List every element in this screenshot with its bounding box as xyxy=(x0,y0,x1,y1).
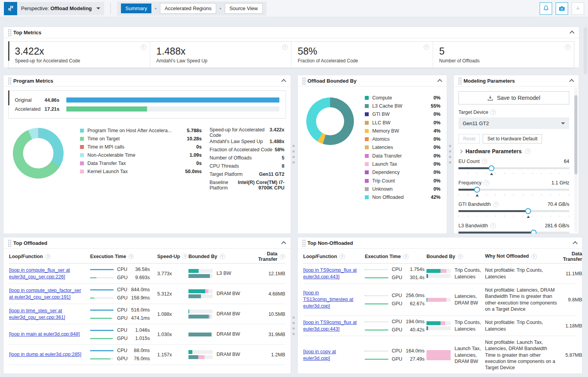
target-device-select[interactable]: Gen11 GT2 xyxy=(458,117,569,129)
slider-handle[interactable] xyxy=(531,230,536,234)
speedup-value: 1.030x xyxy=(157,332,188,337)
help-icon[interactable]: ? xyxy=(45,254,51,259)
help-icon[interactable]: ? xyxy=(490,223,496,228)
loop-link[interactable]: [loop in copy at euler3d.cpp] xyxy=(303,349,336,361)
slider-track[interactable] xyxy=(458,165,569,171)
parameter-buttons: Reset Set to Hardware Default xyxy=(458,134,569,143)
slider-frequency: Frequency?1.1 GHz xyxy=(458,180,569,197)
help-icon[interactable]: ? xyxy=(458,254,463,259)
slider-handle[interactable] xyxy=(489,165,494,171)
help-icon[interactable]: ? xyxy=(525,149,531,154)
bounded-by-label: DRAM BW xyxy=(217,311,255,317)
tab-accelerated-regions[interactable]: Accelerated Regions xyxy=(160,3,216,14)
help-icon[interactable]: ? xyxy=(339,254,345,259)
scrollbar-thumb[interactable] xyxy=(584,27,587,74)
collapse-icon[interactable] xyxy=(570,30,575,35)
plus-icon: + xyxy=(576,4,580,13)
help-icon[interactable]: ? xyxy=(484,180,489,186)
help-icon[interactable]: ? xyxy=(482,159,487,164)
panel-scrollbar[interactable] xyxy=(574,88,577,232)
loop-link[interactable]: [loop in TS9comp_flux at euler3d.cpp:443… xyxy=(303,267,357,280)
help-icon[interactable]: ? xyxy=(182,254,188,259)
chevron-right-icon xyxy=(459,149,463,153)
notifications-button[interactable] xyxy=(540,2,552,15)
collapse-icon[interactable] xyxy=(281,79,286,84)
save-to-remodel-button[interactable]: Save to Remodel xyxy=(458,91,569,104)
legend-item: Trip Count0% xyxy=(365,177,441,185)
slider-handle[interactable] xyxy=(474,187,480,193)
loop-link[interactable]: [loop in compute_step_factor_ser at eule… xyxy=(9,288,81,300)
table-header-row: Loop/Function? Execution Time? Bounded B… xyxy=(303,250,577,264)
metric-label: Number of Offloads xyxy=(439,58,568,64)
help-icon[interactable]: ? xyxy=(531,254,537,259)
drag-handle-icon[interactable] xyxy=(302,242,304,243)
bounded-by-label: L3 BW xyxy=(217,270,255,276)
legend-swatch xyxy=(80,137,84,141)
legend-item: Memory BW4% xyxy=(365,127,441,135)
modeling-parameters-panel: Modeling Parameters Save to Remodel Targ… xyxy=(453,75,579,234)
help-icon[interactable]: ? xyxy=(565,44,570,50)
tab-source-view[interactable]: Source View xyxy=(225,3,263,14)
panel-splitter[interactable] xyxy=(291,317,295,335)
legend-swatch xyxy=(365,145,369,149)
legend-swatch xyxy=(365,195,369,199)
legend-item: Atomics0% xyxy=(365,135,441,143)
drag-handle-icon[interactable] xyxy=(8,80,9,81)
help-icon[interactable]: ? xyxy=(490,110,496,115)
loop-link[interactable]: [loop in time_step_ser at euler3d_cpu_se… xyxy=(9,308,65,320)
help-icon[interactable]: ? xyxy=(128,254,134,259)
slider-track[interactable] xyxy=(458,230,569,234)
help-icon[interactable]: ? xyxy=(141,44,146,50)
modeling-parameters-header: Modeling Parameters xyxy=(454,75,579,87)
loop-link[interactable]: [loop in dump at euler3d.cpp:285] xyxy=(9,352,82,357)
collapse-icon[interactable] xyxy=(569,79,574,84)
slider-handle[interactable] xyxy=(525,208,531,214)
scrollbar-thumb[interactable] xyxy=(574,95,577,174)
help-icon[interactable]: ? xyxy=(220,254,225,259)
drag-handle-icon[interactable] xyxy=(8,31,9,32)
loop-link[interactable]: [loop in TS9comp_flux at euler3d.cpp:443… xyxy=(303,320,357,332)
help-icon[interactable]: ? xyxy=(282,44,288,50)
loop-link[interactable]: [loop in compute_flux_ser at euler3d_cpu… xyxy=(9,267,70,280)
page-scrollbar[interactable] xyxy=(583,27,588,377)
help-icon[interactable]: ? xyxy=(424,44,429,50)
panel-splitter[interactable] xyxy=(448,145,452,163)
bar-label: Accelerated xyxy=(15,106,44,112)
program-time-bars: Original 44.86s Accelerated 17.21s xyxy=(8,90,286,119)
accelerated-bar xyxy=(66,106,147,112)
bounded-by-bars xyxy=(188,333,213,336)
legend-swatch xyxy=(365,187,369,191)
add-button[interactable]: + xyxy=(572,2,584,15)
slider-ticks xyxy=(458,172,569,176)
drag-handle-icon[interactable] xyxy=(302,80,304,81)
collapse-icon[interactable] xyxy=(281,241,286,246)
collapse-icon[interactable] xyxy=(437,79,442,84)
tab-summary[interactable]: Summary xyxy=(121,4,151,13)
bounded-by-bars xyxy=(188,350,213,359)
set-hardware-default-button[interactable]: Set to Hardware Default xyxy=(483,134,542,143)
reset-button[interactable]: Reset xyxy=(458,134,480,143)
program-metrics-header: Program Metrics xyxy=(4,75,291,87)
loop-link[interactable]: [loop in TS13comp_timestep at euler3d.cp… xyxy=(303,290,354,309)
why-not-offloaded: Not profitable: Launch Tax, Latencies, D… xyxy=(485,339,561,371)
slider-track[interactable] xyxy=(458,208,569,214)
program-metrics-panel: Program Metrics Original 44.86s Accelera… xyxy=(3,75,291,234)
table-row: [loop in dump at euler3d.cpp:285] CPU88.… xyxy=(9,345,285,365)
drag-handle-icon[interactable] xyxy=(458,80,460,81)
legend-swatch xyxy=(365,112,369,116)
hardware-parameters-toggle[interactable]: Hardware Parameters ? xyxy=(458,148,569,154)
stat-row: Baseline PlatformIntel(R) Core(TM) i7-97… xyxy=(210,179,284,191)
help-icon[interactable]: ? xyxy=(280,254,285,259)
table-row: [loop in compute_flux_ser at euler3d_cpu… xyxy=(9,264,285,284)
data-transfer-value: 31.9MB xyxy=(255,332,285,337)
collapse-icon[interactable] xyxy=(573,241,578,246)
loop-link[interactable]: [loop in main at euler3d.cpp:848] xyxy=(9,331,80,337)
perspective-selector[interactable]: Perspective: Offload Modeling xyxy=(4,2,104,15)
slider-track[interactable] xyxy=(458,187,569,193)
legend-swatch xyxy=(365,129,369,133)
help-icon[interactable]: ? xyxy=(403,254,409,259)
snapshot-button[interactable] xyxy=(556,2,568,15)
panel-splitter[interactable] xyxy=(291,145,295,163)
help-icon[interactable]: ? xyxy=(493,202,499,207)
drag-handle-icon[interactable] xyxy=(8,242,9,243)
